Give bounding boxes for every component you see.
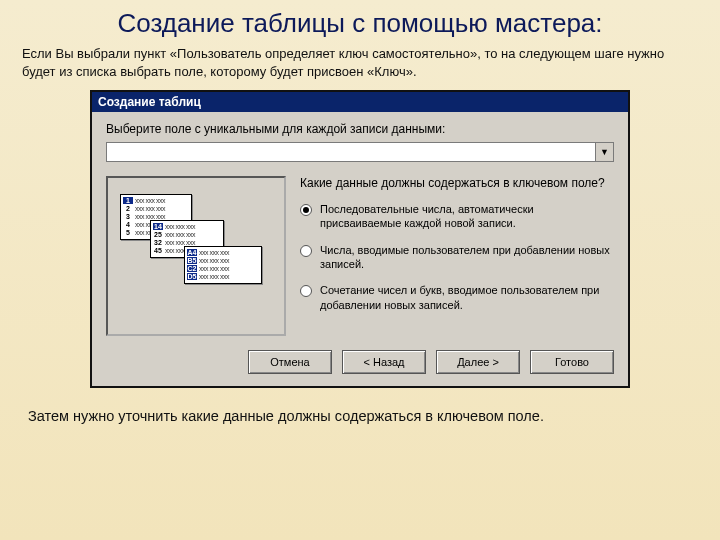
row-num: 14 (153, 223, 163, 230)
row-num: D5 (187, 273, 197, 280)
button-row: Отмена < Назад Далее > Готово (106, 350, 614, 374)
row-num: 25 (153, 231, 163, 238)
option-user-numbers[interactable]: Числа, вводимые пользователем при добавл… (300, 243, 614, 272)
next-button[interactable]: Далее > (436, 350, 520, 374)
radio-icon[interactable] (300, 204, 312, 216)
chevron-down-icon[interactable]: ▼ (595, 143, 613, 161)
options-panel: Какие данные должны содержаться в ключев… (300, 176, 614, 336)
row-num: 5 (123, 229, 133, 236)
illustration-panel: 1xxx xxx xxx 2xxx xxx xxx 3xxx xxx xxx 4… (106, 176, 286, 336)
options-question: Какие данные должны содержаться в ключев… (300, 176, 614, 190)
row-num: 32 (153, 239, 163, 246)
option-label: Сочетание чисел и букв, вводимое пользов… (320, 283, 614, 312)
cancel-button[interactable]: Отмена (248, 350, 332, 374)
field-prompt-text: Выберите поле с уникальными для каждой з… (106, 122, 445, 136)
sample-sheet-3: A4xxx xxx xxx B5xxx xxx xxx C2xxx xxx xx… (184, 246, 262, 284)
row-num: A4 (187, 249, 197, 256)
row-num: C2 (187, 265, 197, 272)
row-num: 4 (123, 221, 133, 228)
field-prompt: Выберите поле с уникальными для каждой з… (106, 122, 614, 136)
dialog-titlebar: Создание таблиц (92, 92, 628, 112)
row-data: xxx xxx xxx (199, 265, 259, 272)
slide-title: Создание таблицы с помощью мастера: (0, 0, 720, 45)
intro-text: Если Вы выбрали пункт «Пользователь опре… (0, 45, 720, 86)
option-sequential[interactable]: Последовательные числа, автоматически пр… (300, 202, 614, 231)
row-data: xxx xxx xxx (165, 223, 221, 230)
row-data: xxx xxx xxx (135, 205, 189, 212)
row-data: xxx xxx xxx (199, 249, 259, 256)
row-data: xxx xxx xxx (135, 213, 189, 220)
option-label: Числа, вводимые пользователем при добавл… (320, 243, 614, 272)
outro-text: Затем нужно уточнить какие данные должны… (0, 388, 720, 424)
row-data: xxx xxx xxx (165, 239, 221, 246)
option-label: Последовательные числа, автоматически пр… (320, 202, 614, 231)
row-data: xxx xxx xxx (199, 273, 259, 280)
row-num: 2 (123, 205, 133, 212)
dialog-body: Выберите поле с уникальными для каждой з… (92, 112, 628, 386)
option-mixed[interactable]: Сочетание чисел и букв, вводимое пользов… (300, 283, 614, 312)
row-data: xxx xxx xxx (165, 231, 221, 238)
radio-icon[interactable] (300, 245, 312, 257)
row-num: 1 (123, 197, 133, 204)
row-data: xxx xxx xxx (135, 197, 189, 204)
field-select-input[interactable] (107, 143, 595, 161)
field-select[interactable]: ▼ (106, 142, 614, 162)
row-num: 3 (123, 213, 133, 220)
wizard-dialog: Создание таблиц Выберите поле с уникальн… (90, 90, 630, 388)
row-num: B5 (187, 257, 197, 264)
radio-icon[interactable] (300, 285, 312, 297)
finish-button[interactable]: Готово (530, 350, 614, 374)
row-data: xxx xxx xxx (199, 257, 259, 264)
back-button[interactable]: < Назад (342, 350, 426, 374)
row-num: 45 (153, 247, 163, 254)
